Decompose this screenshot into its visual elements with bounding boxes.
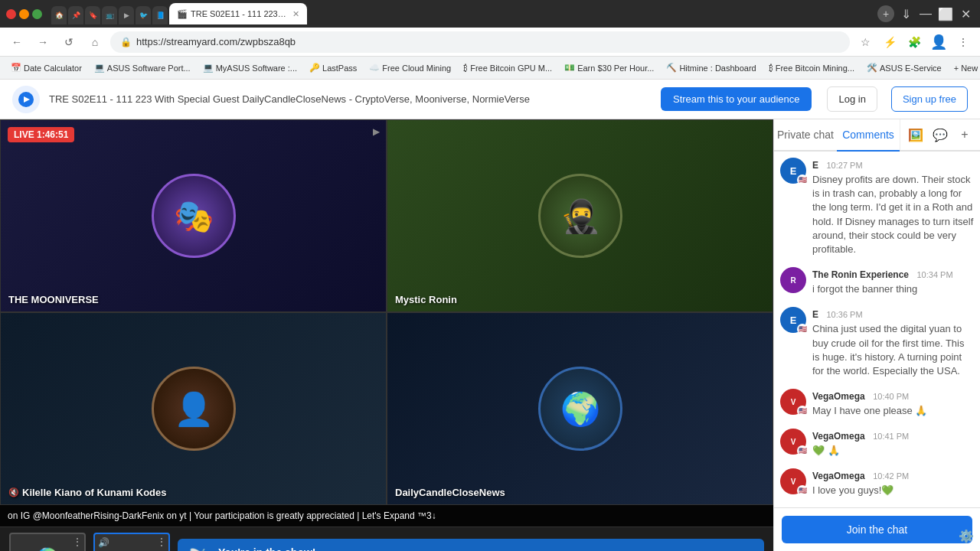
tab-comments[interactable]: Comments xyxy=(837,119,900,152)
bookmark-myasus[interactable]: 💻MyASUS Software :... xyxy=(198,61,302,74)
video-cell-daily: 🌍 DailyCandleCloseNews xyxy=(387,312,773,505)
preview-thumb-1[interactable]: 🌍 ⋮ DailyCandleCloseN... xyxy=(9,533,86,551)
panel-photo-icon[interactable]: 🖼️ xyxy=(905,124,926,145)
chat-msg-3: E 🇺🇸 E 10:36 PM China just used the digi… xyxy=(780,307,974,378)
main-layout: LIVE 1:46:51 🎭 THE MOONIVERSE ▶ 🥷 Mysti xyxy=(0,119,980,551)
chat-msg-4: V 🇺🇸 VegaOmega 10:40 PM May I have one p… xyxy=(780,389,974,418)
chat-messages: E 🇺🇸 E 10:27 PM Disney profits are down.… xyxy=(774,152,980,507)
daily-label: DailyCandleCloseNews xyxy=(395,487,505,498)
address-bar[interactable]: 🔒 https://streamyard.com/zwpbsza8qb xyxy=(110,31,850,53)
menu-btn[interactable]: ⋮ xyxy=(952,31,974,53)
msg-content-6: VegaOmega 10:42 PM I love you guys!💚 xyxy=(812,468,974,497)
bookmark-asus-eservice[interactable]: 🛠️ASUS E-Service xyxy=(862,61,946,74)
chat-panel: Private chat Comments 🖼️ 💬 + E 🇺🇸 E 10:2… xyxy=(773,119,980,551)
browser-tab-bar: 🏠 📌 🔖 📺 ▶ 🐦 📘 🎬 TRE S02E11 - 111 223 Wit… xyxy=(0,0,980,28)
bookmarks-bar: 📅Date Calculator 💻ASUS Software Port... … xyxy=(0,57,980,80)
tab-other-2[interactable]: 📌 xyxy=(68,6,83,24)
msg-content-1: E 10:27 PM Disney profits are down. Thei… xyxy=(812,158,974,256)
chat-msg-5: V 🇺🇸 VegaOmega 10:41 PM 💚 🙏 xyxy=(780,429,974,458)
video-cell-kilelle: 👤 🔇 Kilelle Kiano of Kunami Kodes xyxy=(0,312,387,505)
chat-msg-2: R The Ronin Experience 10:34 PM i forgot… xyxy=(780,267,974,296)
avatar-e-1: E 🇺🇸 xyxy=(780,158,806,184)
tab-other-6[interactable]: 🐦 xyxy=(136,6,151,24)
video-grid: 🎭 THE MOONIVERSE ▶ 🥷 Mystic Ronin xyxy=(0,119,773,505)
tab-other-4[interactable]: 📺 xyxy=(102,6,117,24)
bookmark-btc-gpu[interactable]: ₿Free Bitcoin GPU M... xyxy=(459,62,557,74)
flag-vega-2: 🇺🇸 xyxy=(797,445,808,456)
chat-footer: Join the chat xyxy=(774,507,980,551)
avatar-daily: 🌍 xyxy=(538,367,622,451)
bookmark-hitmine[interactable]: ⛏️Hitmine : Dashboard xyxy=(662,61,760,74)
avatar-ronin: 🥷 xyxy=(538,174,622,258)
nav-right-icons: ☆ ⚡ 🧩 👤 ⋮ xyxy=(854,31,974,53)
tab-close-btn[interactable]: ✕ xyxy=(292,9,299,19)
close-win-btn[interactable]: ✕ xyxy=(957,5,974,22)
minimize-win-btn[interactable]: — xyxy=(917,5,934,22)
forward-btn[interactable]: → xyxy=(32,31,54,53)
window-maximize-btn[interactable] xyxy=(32,9,42,19)
login-btn[interactable]: Log in xyxy=(827,86,877,112)
panel-add-icon[interactable]: + xyxy=(954,124,975,145)
sy-logo xyxy=(12,86,40,113)
tab-other-7[interactable]: 📘 xyxy=(152,6,168,24)
tab-other-3[interactable]: 🔖 xyxy=(85,6,100,24)
avatar-e-3: E 🇺🇸 xyxy=(780,307,806,333)
bookmark-new-tab[interactable]: +New tab xyxy=(949,62,980,74)
extensions-btn[interactable]: 🧩 xyxy=(903,31,925,53)
msg-content-3: E 10:36 PM China just used the digital y… xyxy=(812,307,974,378)
profile-btn[interactable]: 👤 xyxy=(928,31,949,53)
bookmark-asus-port[interactable]: 💻ASUS Software Port... xyxy=(90,61,195,74)
audio-icon: 🔊 xyxy=(98,537,109,548)
stream-to-audience-btn[interactable]: Stream this to your audience xyxy=(661,87,812,111)
tab-search-btn[interactable]: ⇓ xyxy=(897,5,914,22)
bookmark-free-cloud[interactable]: ☁️Free Cloud Mining xyxy=(364,61,456,74)
in-show-banner: 📡 You're in the show! Everyone can see a… xyxy=(178,539,764,552)
avatar-vega-1: V 🇺🇸 xyxy=(780,389,806,415)
corner-arrow-1: ▶ xyxy=(373,126,380,137)
flag-vega-3: 🇺🇸 xyxy=(797,485,808,496)
streamyard-logo-icon xyxy=(18,91,34,108)
window-close-btn[interactable] xyxy=(6,9,16,19)
bookmark-lastpass[interactable]: 🔑LastPass xyxy=(305,61,361,74)
avatar-kilelle: 👤 xyxy=(152,367,236,451)
stream-title: TRE S02E11 - 111 223 With Special Guest … xyxy=(49,93,652,105)
ronin-label: Mystic Ronin xyxy=(395,294,457,305)
chat-msg-1: E 🇺🇸 E 10:27 PM Disney profits are down.… xyxy=(780,158,974,256)
performance-btn[interactable]: ⚡ xyxy=(879,31,900,53)
ticker-bar: on IG @MoonfeatherRising-DarkFenix on yt… xyxy=(0,505,773,527)
nav-bar: ← → ↺ ⌂ 🔒 https://streamyard.com/zwpbsza… xyxy=(0,28,980,57)
avatar-ronin-exp: R xyxy=(780,267,806,293)
preview-menu-btn-1[interactable]: ⋮ xyxy=(72,536,83,548)
bookmark-star-btn[interactable]: ☆ xyxy=(854,31,876,53)
preview-bar: 🌍 ⋮ DailyCandleCloseN... 📷 🔊 ⋮ DailyCand… xyxy=(0,527,773,551)
active-tab[interactable]: 🎬 TRE S02E11 - 111 223 With Special Gues… xyxy=(169,3,307,24)
flag-vega-1: 🇺🇸 xyxy=(797,406,808,416)
tab-other-1[interactable]: 🏠 xyxy=(51,6,67,24)
bookmark-date-calc[interactable]: 📅Date Calculator xyxy=(6,61,87,74)
home-btn[interactable]: ⌂ xyxy=(84,31,106,53)
avatar-vega-3: V 🇺🇸 xyxy=(780,468,806,494)
preview-thumb-2[interactable]: 📷 🔊 ⋮ DailyCandleCloseN... xyxy=(93,533,170,551)
restore-win-btn[interactable]: ⬜ xyxy=(937,5,954,22)
join-chat-btn[interactable]: Join the chat xyxy=(782,516,972,543)
chat-settings-icon[interactable]: ⚙️ xyxy=(959,529,974,543)
msg-content-5: VegaOmega 10:41 PM 💚 🙏 xyxy=(812,429,974,458)
back-btn[interactable]: ← xyxy=(6,31,28,53)
streamyard-header: TRE S02E11 - 111 223 With Special Guest … xyxy=(0,80,980,119)
panel-chat-icon[interactable]: 💬 xyxy=(929,124,951,145)
msg-content-4: VegaOmega 10:40 PM May I have one please… xyxy=(812,389,974,418)
reload-btn[interactable]: ↺ xyxy=(58,31,80,53)
preview-menu-btn-2[interactable]: ⋮ xyxy=(156,536,167,548)
new-tab-btn[interactable]: + xyxy=(877,5,894,22)
signup-btn[interactable]: Sign up free xyxy=(891,86,968,112)
chat-tabs: Private chat Comments 🖼️ 💬 + xyxy=(774,119,980,152)
tab-other-5[interactable]: ▶ xyxy=(119,6,134,24)
mute-icon: 🔇 xyxy=(8,487,19,497)
in-show-icon: 📡 xyxy=(188,548,209,552)
window-minimize-btn[interactable] xyxy=(19,9,29,19)
bookmark-btc-mining[interactable]: ₿Free Bitcoin Mining... xyxy=(764,62,859,74)
in-show-text: You're in the show! Everyone can see and… xyxy=(218,546,348,552)
bookmark-earn[interactable]: 💵Earn $30 Per Hour... xyxy=(560,61,658,74)
msg-content-2: The Ronin Experience 10:34 PM i forgot t… xyxy=(812,267,974,296)
tab-private-chat[interactable]: Private chat xyxy=(774,119,837,152)
